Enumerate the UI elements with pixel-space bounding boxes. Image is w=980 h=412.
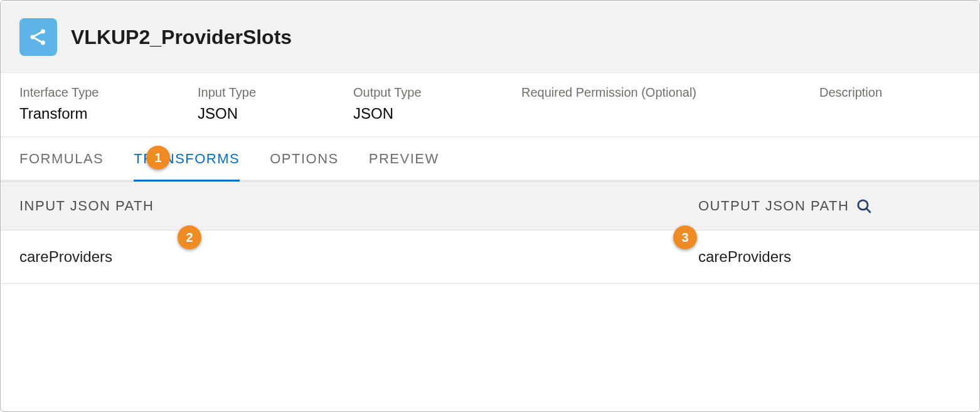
input-path-cell[interactable]: careProviders (1, 230, 679, 283)
svg-line-4 (35, 38, 41, 42)
meta-label: Output Type (353, 85, 521, 100)
meta-interface-type: Interface Type Transform (19, 85, 198, 122)
meta-label: Required Permission (Optional) (521, 85, 819, 100)
mapping-row[interactable]: careProviders careProviders (1, 230, 979, 284)
page-header: VLKUP2_ProviderSlots (1, 1, 979, 73)
meta-label: Description (819, 85, 961, 100)
transforms-section-head: INPUT JSON PATH OUTPUT JSON PATH (1, 182, 979, 230)
meta-required-permission: Required Permission (Optional) (521, 85, 819, 122)
input-json-path-header: INPUT JSON PATH (1, 182, 679, 230)
meta-input-type: Input Type JSON (198, 85, 353, 122)
svg-line-6 (867, 209, 870, 212)
meta-value: JSON (198, 105, 353, 122)
output-path-cell[interactable]: careProviders (679, 230, 979, 283)
search-icon[interactable] (855, 197, 873, 215)
meta-value: Transform (19, 105, 198, 122)
app-frame: VLKUP2_ProviderSlots Interface Type Tran… (0, 0, 980, 412)
svg-line-3 (35, 33, 41, 36)
metadata-row: Interface Type Transform Input Type JSON… (1, 73, 979, 137)
meta-value: JSON (353, 105, 521, 122)
tab-options[interactable]: OPTIONS (270, 137, 339, 180)
meta-label: Interface Type (19, 85, 198, 100)
share-icon (19, 18, 57, 56)
tab-bar: FORMULAS TRANSFORMS OPTIONS PREVIEW (1, 137, 979, 182)
meta-description: Description (819, 85, 961, 122)
input-json-path-label: INPUT JSON PATH (19, 198, 154, 214)
output-json-path-label: OUTPUT JSON PATH (698, 198, 849, 214)
meta-output-type: Output Type JSON (353, 85, 521, 122)
tab-transforms[interactable]: TRANSFORMS (134, 137, 240, 180)
tab-formulas[interactable]: FORMULAS (19, 137, 104, 180)
output-json-path-header: OUTPUT JSON PATH (679, 182, 979, 230)
tab-preview[interactable]: PREVIEW (369, 137, 439, 180)
page-title: VLKUP2_ProviderSlots (71, 26, 292, 49)
meta-label: Input Type (198, 85, 353, 100)
